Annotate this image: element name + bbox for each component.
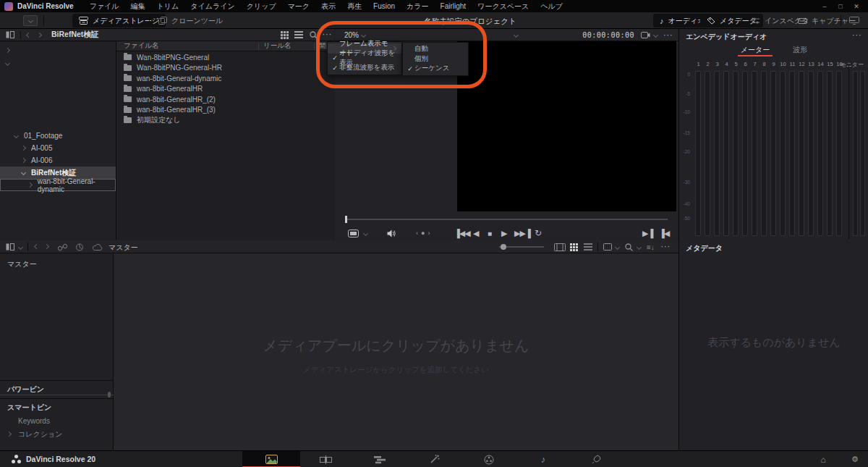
close-button[interactable]: ✕ bbox=[852, 3, 861, 10]
pool-search-icon[interactable] bbox=[625, 242, 633, 252]
camera-dropdown-icon[interactable] bbox=[653, 33, 658, 38]
pool-collapse-dropdown-icon[interactable] bbox=[18, 245, 23, 250]
pool-search-dropdown-icon[interactable] bbox=[637, 245, 642, 250]
playhead[interactable] bbox=[345, 216, 347, 223]
power-bins-header[interactable]: パワービン bbox=[7, 384, 44, 395]
thumb-size-slider[interactable] bbox=[499, 246, 544, 248]
page-deliver-icon[interactable] bbox=[589, 454, 603, 465]
panel-collapse-icon[interactable] bbox=[6, 31, 14, 38]
filmstrip-view-icon[interactable] bbox=[554, 242, 566, 252]
media-storage-options-icon[interactable]: ··· bbox=[323, 31, 333, 38]
usage-badge-icon[interactable] bbox=[75, 242, 84, 252]
page-media-icon[interactable] bbox=[264, 454, 278, 465]
bin-keywords[interactable]: Keywords bbox=[18, 417, 50, 425]
pool-collapse-icon[interactable] bbox=[6, 242, 14, 252]
file-row[interactable]: wan-8bit-General-dynamic bbox=[116, 73, 335, 84]
pool-back-icon[interactable] bbox=[34, 244, 39, 249]
sort-icon[interactable]: ≡↓ bbox=[647, 242, 655, 252]
thumbnail-view-icon[interactable] bbox=[570, 242, 578, 252]
viewer-options-icon[interactable]: ··· bbox=[664, 32, 674, 39]
file-row[interactable]: wan-8bit-GeneralHR_(3) bbox=[116, 105, 335, 116]
column-reel-name[interactable]: リール名 bbox=[263, 41, 291, 51]
pool-forward-icon[interactable] bbox=[44, 244, 49, 249]
tree-item-ai005[interactable]: AI-005 bbox=[0, 142, 116, 154]
menu-playback[interactable]: 再生 bbox=[341, 1, 367, 12]
tree-item-hidden-2[interactable] bbox=[0, 57, 116, 70]
collections-chevron-icon[interactable] bbox=[7, 432, 12, 437]
bin-master[interactable]: マスター bbox=[7, 259, 37, 269]
menu-item-show-audio-waveform[interactable]: ✓ オーディオ波形を表示 bbox=[328, 54, 401, 64]
minimize-button[interactable]: – bbox=[820, 3, 829, 10]
settings-gear-icon[interactable]: ⚙ bbox=[848, 454, 862, 465]
remote-monitor-icon[interactable] bbox=[849, 17, 859, 25]
submenu-item-auto[interactable]: 自動 bbox=[403, 44, 468, 54]
tree-item-ai006[interactable]: AI-006 bbox=[0, 154, 116, 167]
menu-edit[interactable]: 編集 bbox=[125, 1, 151, 12]
menu-fusion[interactable]: Fusion bbox=[367, 2, 401, 10]
column-file-name[interactable]: ファイル名 bbox=[124, 41, 158, 51]
maximize-button[interactable]: □ bbox=[836, 3, 845, 10]
page-color-icon[interactable] bbox=[482, 454, 496, 465]
viewer-clip-dropdown-icon[interactable] bbox=[514, 33, 519, 38]
menu-timeline[interactable]: タイムライン bbox=[184, 1, 240, 12]
forward-icon[interactable] bbox=[37, 32, 42, 37]
stop-icon[interactable]: ■ bbox=[488, 226, 491, 240]
menu-item-show-unrectified-waveform[interactable]: ✓ 非整流波形を表示 bbox=[328, 63, 401, 73]
page-edit-icon[interactable] bbox=[373, 454, 387, 465]
first-frame-icon[interactable]: ▐◀◀ bbox=[454, 226, 470, 240]
file-row[interactable]: wan-8bit-GeneralHR_(2) bbox=[116, 94, 335, 105]
page-fairlight-icon[interactable]: ♪ bbox=[536, 454, 550, 465]
loop-icon[interactable]: ↻ bbox=[535, 226, 542, 240]
play-icon[interactable]: ▶ bbox=[501, 226, 506, 240]
submenu-item-individual[interactable]: 個別 bbox=[403, 54, 468, 64]
viewer-mode-dropdown-icon[interactable] bbox=[363, 231, 368, 236]
clip-color-icon[interactable] bbox=[603, 242, 612, 252]
menu-trim[interactable]: トリム bbox=[151, 1, 185, 12]
menu-view[interactable]: 表示 bbox=[315, 1, 341, 12]
file-row[interactable]: Wan-8bitPNG-General-HR bbox=[116, 63, 335, 74]
menu-fairlight[interactable]: Fairlight bbox=[435, 2, 472, 10]
camera-icon[interactable] bbox=[641, 32, 650, 38]
submenu-item-sequence[interactable]: ✓ シーケンス bbox=[403, 64, 468, 74]
tree-item-wan8bit[interactable]: wan-8bit-General-dynamic bbox=[0, 179, 116, 191]
page-cut-icon[interactable] bbox=[318, 454, 333, 465]
last-frame-icon[interactable]: ▶▶▐ bbox=[514, 226, 530, 240]
home-icon[interactable]: ⌂ bbox=[816, 454, 830, 465]
menu-color[interactable]: カラー bbox=[401, 1, 434, 12]
menu-workspace[interactable]: ワークスペース bbox=[472, 1, 535, 12]
search-icon[interactable] bbox=[310, 31, 318, 39]
smart-bins-header[interactable]: スマートビン bbox=[7, 403, 51, 413]
back-icon[interactable] bbox=[26, 32, 31, 37]
menu-help[interactable]: ヘルプ bbox=[535, 1, 569, 12]
bin-collections[interactable]: コレクション bbox=[18, 429, 62, 439]
jog-control[interactable]: ‹●› bbox=[416, 226, 433, 240]
grid-view-icon[interactable] bbox=[281, 31, 289, 39]
relink-icon[interactable] bbox=[58, 242, 67, 252]
tab-waveform[interactable]: 波形 bbox=[790, 43, 810, 56]
clip-color-dropdown-icon[interactable] bbox=[615, 245, 620, 250]
viewer-scrubber[interactable] bbox=[345, 219, 668, 220]
viewer-mode-icon[interactable] bbox=[348, 226, 359, 240]
file-row[interactable]: Wan-8bitPNG-General bbox=[116, 52, 335, 63]
file-row[interactable]: 初期設定なし bbox=[116, 115, 335, 126]
mark-out-icon[interactable]: ▶▐ bbox=[642, 226, 652, 240]
menu-clip[interactable]: クリップ bbox=[241, 1, 282, 12]
play-reverse-icon[interactable]: ◀ bbox=[473, 226, 478, 240]
page-overlay-button[interactable] bbox=[23, 15, 38, 26]
tree-item-footage[interactable]: 01_Footage bbox=[0, 130, 116, 142]
menu-file[interactable]: ファイル bbox=[84, 1, 125, 12]
mark-in-icon[interactable]: ▐◀ bbox=[659, 226, 669, 240]
viewer-zoom-select[interactable]: 20% bbox=[344, 31, 365, 39]
list-view-icon[interactable] bbox=[294, 31, 303, 38]
file-row[interactable]: wan-8bit-GeneralHR bbox=[116, 84, 335, 95]
app-menu[interactable]: DaVinci Resolve bbox=[17, 2, 74, 10]
cloud-icon[interactable] bbox=[93, 242, 103, 252]
tab-meter[interactable]: メーター bbox=[738, 43, 773, 56]
page-fusion-icon[interactable] bbox=[427, 454, 442, 465]
pool-list-view-icon[interactable] bbox=[584, 242, 592, 252]
clone-tool-button[interactable]: クローンツール bbox=[152, 14, 229, 28]
pool-options-icon[interactable]: ··· bbox=[661, 243, 671, 251]
speaker-icon[interactable] bbox=[387, 226, 396, 240]
power-bins-scrollbar[interactable] bbox=[108, 392, 111, 397]
tree-item-hidden-1[interactable] bbox=[0, 44, 116, 56]
